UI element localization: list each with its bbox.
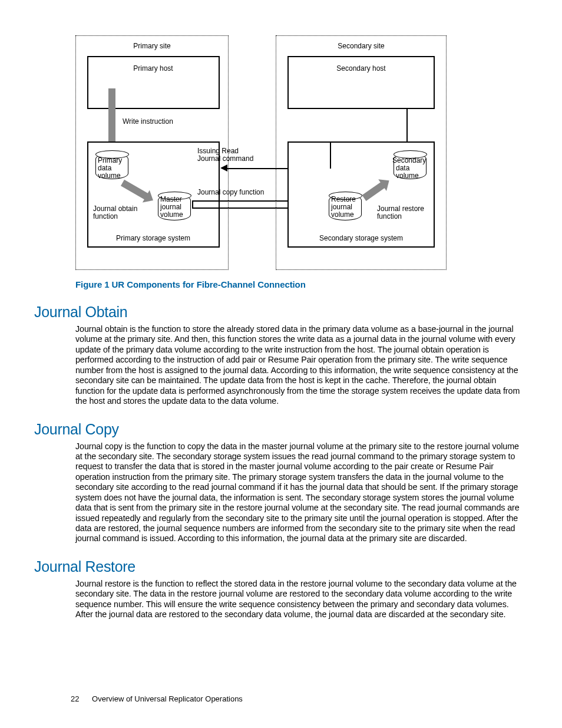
section-body-journal-copy: Journal copy is the function to copy the… — [75, 442, 521, 544]
figure-diagram: Primary site Primary host Write instruct… — [75, 35, 447, 271]
read-cmd-up — [330, 143, 331, 169]
read-cmd-arrowhead — [220, 164, 227, 172]
section-body-journal-restore: Journal restore is the function to refle… — [75, 579, 521, 620]
secondary-storage-label: Secondary storage system — [319, 235, 403, 242]
page: Primary site Primary host Write instruct… — [0, 0, 562, 728]
journal-obtain-function-l2: function — [93, 213, 118, 220]
journal-restore-function-l2: function — [377, 213, 402, 220]
primary-storage-label: Primary storage system — [116, 235, 190, 242]
journal-copy-function-label: Journal copy function — [197, 189, 264, 196]
primary-data-volume-l3: volume — [98, 172, 121, 180]
page-number: 22 — [71, 694, 79, 703]
primary-site-label: Primary site — [133, 42, 170, 50]
secondary-data-volume-l3: volume — [396, 172, 419, 180]
write-arrow — [108, 88, 115, 147]
section-heading-journal-copy: Journal Copy — [34, 421, 521, 438]
figure-container: Primary site Primary host Write instruct… — [75, 35, 447, 289]
section-body-journal-obtain: Journal obtain is the function to store … — [75, 324, 521, 407]
master-journal-l3: volume — [160, 211, 183, 219]
restore-journal-l3: volume — [331, 211, 354, 219]
figure-caption: Figure 1 UR Components for Fibre-Channel… — [75, 279, 447, 289]
secondary-host-label: Secondary host — [336, 65, 385, 73]
secondary-host-connector — [406, 109, 408, 141]
primary-host-label: Primary host — [133, 65, 173, 73]
issuing-read-l2: Journal command — [197, 155, 253, 163]
secondary-site-label: Secondary site — [338, 42, 384, 50]
section-heading-journal-restore: Journal Restore — [34, 558, 521, 575]
copy-line-left — [192, 200, 193, 208]
footer-title: Overview of Universal Replicator Operati… — [92, 694, 243, 703]
write-instruction-label: Write instruction — [123, 118, 173, 126]
page-footer: 22 Overview of Universal Replicator Oper… — [71, 694, 243, 703]
section-heading-journal-obtain: Journal Obtain — [34, 304, 521, 321]
